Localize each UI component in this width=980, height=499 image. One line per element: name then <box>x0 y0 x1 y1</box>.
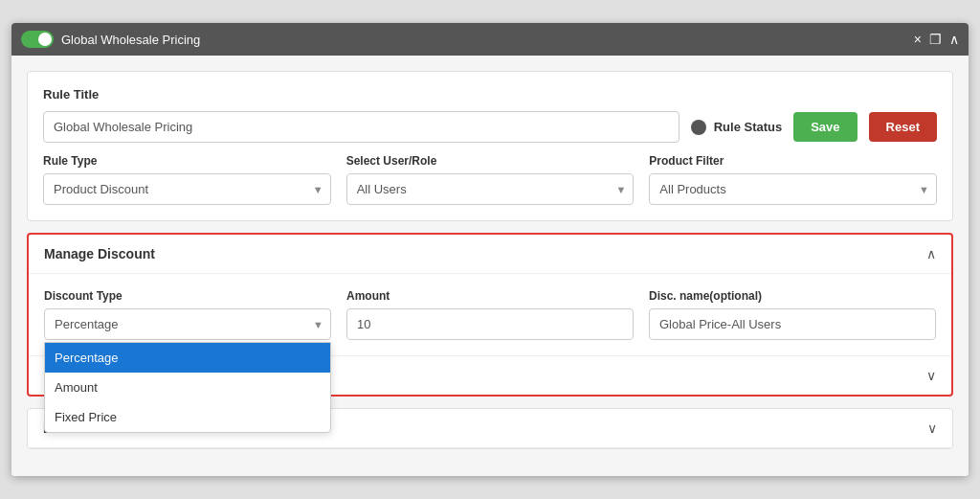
discount-row: Discount Type Percentage Amount Fixed Pr… <box>44 289 936 340</box>
manage-discount-header[interactable]: Manage Discount ∧ <box>29 235 951 274</box>
rule-status-label: Rule Status <box>714 120 783 134</box>
rule-status-group: Rule Status <box>691 120 783 135</box>
rule-type-row: Rule Type Product Discount Category Disc… <box>43 154 937 205</box>
rule-type-group: Rule Type Product Discount Category Disc… <box>43 154 331 205</box>
main-content: Rule Title Rule Status Save Reset Rule T… <box>11 56 969 476</box>
manage-discount-collapse-icon[interactable]: ∧ <box>926 246 936 261</box>
titlebar-controls: × ❐ ∧ <box>914 32 959 47</box>
rule-title-label: Rule Title <box>43 87 937 102</box>
disc-name-label: Disc. name(optional) <box>649 289 936 303</box>
dropdown-item-fixed-price[interactable]: Fixed Price <box>45 402 330 432</box>
discount-type-dropdown-menu: Percentage Amount Fixed Price <box>44 342 331 433</box>
rule-type-select[interactable]: Product Discount Category Discount Fixed… <box>43 173 331 205</box>
product-filter-select[interactable]: All Products Specific Products Category <box>649 173 937 205</box>
collapse-button[interactable]: ∧ <box>949 32 959 47</box>
manage-discount-body: Discount Type Percentage Amount Fixed Pr… <box>29 274 951 355</box>
amount-label: Amount <box>346 289 634 303</box>
manage-discount-card: Manage Discount ∧ Discount Type Percenta… <box>27 233 953 397</box>
product-filter-label: Product Filter <box>649 154 937 168</box>
product-filter-select-wrapper: All Products Specific Products Category … <box>649 173 937 205</box>
titlebar: Global Wholesale Pricing × ❐ ∧ <box>11 23 969 56</box>
app-window: Global Wholesale Pricing × ❐ ∧ Rule Titl… <box>11 23 969 476</box>
rule-type-select-wrapper: Product Discount Category Discount Fixed… <box>43 173 331 205</box>
amount-input[interactable] <box>346 308 634 340</box>
titlebar-title: Global Wholesale Pricing <box>61 33 200 47</box>
discount-type-select-wrapper: Percentage Amount Fixed Price ▼ <box>44 308 331 340</box>
rule-title-row: Rule Status Save Reset <box>43 111 937 143</box>
status-dot <box>691 120 706 135</box>
dropdown-item-amount[interactable]: Amount <box>45 373 330 402</box>
rule-type-label: Rule Type <box>43 154 331 168</box>
rule-title-input[interactable] <box>43 111 679 143</box>
date-limit-chevron-icon[interactable]: ∨ <box>927 420 937 436</box>
discount-type-dropdown-wrapper: Percentage Amount Fixed Price ▼ Percenta… <box>44 308 331 340</box>
product-filter-group: Product Filter All Products Specific Pro… <box>649 154 937 205</box>
save-button[interactable]: Save <box>793 112 857 142</box>
dropdown-item-percentage[interactable]: Percentage <box>45 343 330 373</box>
manage-discount-title: Manage Discount <box>44 246 155 261</box>
rule-title-card: Rule Title Rule Status Save Reset Rule T… <box>27 71 953 221</box>
conditions-chevron-icon[interactable]: ∨ <box>926 368 936 383</box>
discount-type-select[interactable]: Percentage Amount Fixed Price <box>44 308 331 340</box>
user-role-select-wrapper: All Users Registered Users Wholesale Use… <box>346 173 635 205</box>
discount-type-group: Discount Type Percentage Amount Fixed Pr… <box>44 289 331 340</box>
discount-type-label: Discount Type <box>44 289 331 303</box>
close-button[interactable]: × <box>914 32 922 47</box>
select-user-role-group: Select User/Role All Users Registered Us… <box>346 154 635 205</box>
reset-button[interactable]: Reset <box>869 112 937 142</box>
titlebar-toggle[interactable] <box>21 31 54 48</box>
disc-name-input[interactable] <box>649 308 936 340</box>
amount-group: Amount <box>346 289 634 340</box>
titlebar-left: Global Wholesale Pricing <box>21 31 200 48</box>
user-role-select[interactable]: All Users Registered Users Wholesale Use… <box>346 173 635 205</box>
copy-button[interactable]: ❐ <box>929 32 942 47</box>
select-user-role-label: Select User/Role <box>346 154 635 168</box>
disc-name-group: Disc. name(optional) <box>649 289 936 340</box>
